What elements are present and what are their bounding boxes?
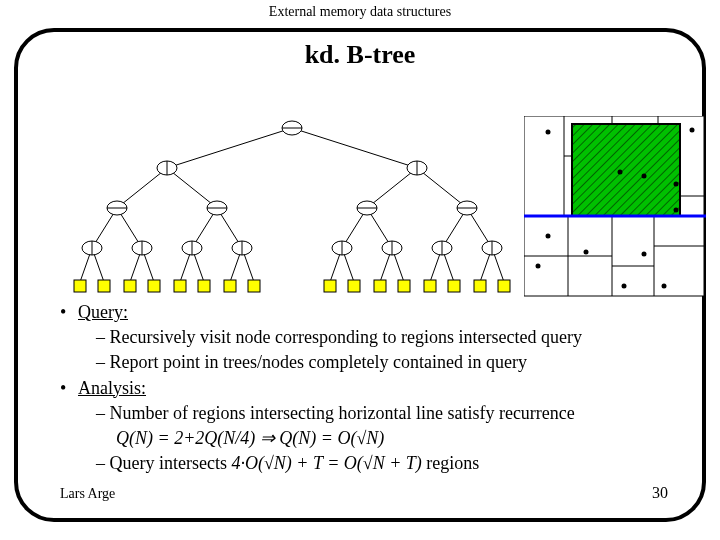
- eq-rhs-prefix: Q(N) =: [279, 428, 337, 448]
- svg-point-96: [674, 182, 679, 187]
- analysis-sub-2: – Query intersects 4·O(√N) + T = O(√N + …: [96, 451, 700, 476]
- query-sub-2: – Report point in trees/nodes completely…: [96, 350, 700, 375]
- analysis-sub2-prefix: – Query intersects: [96, 453, 231, 473]
- svg-point-94: [618, 170, 623, 175]
- svg-point-102: [622, 284, 627, 289]
- eq-rhs-math: O(√N): [337, 428, 384, 448]
- svg-point-100: [642, 252, 647, 257]
- analysis-sub-1: – Number of regions intersecting horizon…: [96, 401, 700, 426]
- bullet-analysis: • Analysis:: [60, 376, 700, 401]
- svg-rect-63: [148, 280, 160, 292]
- svg-rect-66: [224, 280, 236, 292]
- spatial-grid-diagram: [524, 116, 706, 298]
- svg-point-95: [642, 174, 647, 179]
- svg-rect-69: [348, 280, 360, 292]
- svg-rect-65: [198, 280, 210, 292]
- slide-frame: kd. B-tree: [14, 28, 706, 522]
- svg-rect-64: [174, 280, 186, 292]
- svg-line-5: [417, 168, 467, 208]
- slide-title: kd. B-tree: [18, 32, 702, 70]
- footer-page-number: 30: [652, 484, 668, 502]
- kd-tree-diagram: [62, 114, 522, 294]
- analysis-equation: Q(N) = 2+2Q(N/4) ⇒ Q(N) = O(√N): [116, 426, 700, 451]
- analysis-heading: Analysis:: [78, 376, 146, 401]
- analysis-sub2-suffix: regions: [426, 453, 479, 473]
- svg-rect-74: [474, 280, 486, 292]
- eq-lhs: Q(N) = 2+2Q(N/4): [116, 428, 260, 448]
- footer-author: Lars Arge: [60, 486, 115, 502]
- svg-rect-70: [374, 280, 386, 292]
- query-sub-1: – Recursively visit node corresponding t…: [96, 325, 700, 350]
- svg-point-101: [536, 264, 541, 269]
- analysis-sub2-math: 4·O(√N) + T = O(√N + T): [231, 453, 421, 473]
- svg-point-103: [662, 284, 667, 289]
- svg-line-4: [367, 168, 417, 208]
- slide-page: External memory data structures kd. B-tr…: [0, 0, 720, 540]
- svg-rect-72: [424, 280, 436, 292]
- svg-rect-60: [74, 280, 86, 292]
- svg-point-97: [674, 208, 679, 213]
- svg-point-92: [546, 130, 551, 135]
- implies-icon: ⇒: [260, 428, 275, 448]
- svg-rect-61: [98, 280, 110, 292]
- bullet-query: • Query:: [60, 300, 700, 325]
- svg-rect-68: [324, 280, 336, 292]
- slide-header: External memory data structures: [0, 0, 720, 20]
- svg-line-1: [292, 128, 417, 168]
- bullet-dot-icon: •: [60, 300, 78, 325]
- svg-rect-67: [248, 280, 260, 292]
- bullet-dot-icon: •: [60, 376, 78, 401]
- svg-rect-75: [498, 280, 510, 292]
- svg-rect-62: [124, 280, 136, 292]
- svg-point-99: [584, 250, 589, 255]
- svg-line-2: [117, 168, 167, 208]
- svg-rect-73: [448, 280, 460, 292]
- svg-line-3: [167, 168, 217, 208]
- svg-point-93: [690, 128, 695, 133]
- slide-body: • Query: – Recursively visit node corres…: [60, 300, 700, 476]
- svg-rect-91: [572, 124, 680, 216]
- svg-point-98: [546, 234, 551, 239]
- query-heading: Query:: [78, 300, 128, 325]
- svg-line-0: [167, 128, 292, 168]
- svg-rect-71: [398, 280, 410, 292]
